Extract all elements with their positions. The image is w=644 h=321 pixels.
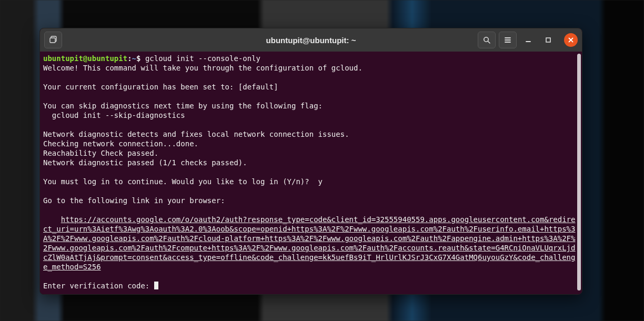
close-icon bbox=[568, 37, 574, 43]
output-line-blank bbox=[43, 272, 579, 281]
output-line: Welcome! This command will take you thro… bbox=[43, 63, 579, 73]
output-line: Reachability Check passed. bbox=[43, 148, 579, 158]
output-url-line: https://accounts.google.com/o/oauth2/aut… bbox=[43, 215, 579, 272]
output-line: You can skip diagnostics next time by us… bbox=[43, 101, 579, 111]
maximize-icon bbox=[545, 36, 552, 44]
prompt-user-host: ubuntupit@ubuntupit bbox=[43, 54, 127, 63]
scrollbar-thumb[interactable] bbox=[577, 54, 581, 290]
search-button[interactable] bbox=[478, 32, 496, 48]
output-line-blank bbox=[43, 205, 579, 215]
new-tab-icon bbox=[49, 36, 57, 44]
output-line-blank bbox=[43, 120, 579, 129]
url-indent bbox=[43, 215, 61, 224]
oauth-url[interactable]: https://accounts.google.com/o/oauth2/aut… bbox=[43, 215, 575, 271]
output-line: Network diagnostic passed (1/1 checks pa… bbox=[43, 158, 579, 167]
terminal-window: ubuntupit@ubuntupit: ~ bbox=[39, 28, 582, 295]
output-line-blank bbox=[43, 167, 579, 177]
search-icon bbox=[482, 36, 491, 44]
prompt-line: ubuntupit@ubuntupit:~$ gcloud init --con… bbox=[43, 54, 579, 63]
titlebar[interactable]: ubuntupit@ubuntupit: ~ bbox=[40, 28, 582, 52]
output-line-blank bbox=[43, 186, 579, 196]
output-line: Go to the following link in your browser… bbox=[43, 196, 579, 205]
new-tab-button[interactable] bbox=[44, 32, 62, 48]
output-line: Checking network connection...done. bbox=[43, 139, 579, 148]
svg-rect-0 bbox=[50, 38, 55, 43]
prompt-path: ~ bbox=[132, 54, 136, 63]
output-line-blank bbox=[43, 92, 579, 101]
output-line: Your current configuration has been set … bbox=[43, 82, 579, 92]
cursor bbox=[154, 282, 158, 289]
prompt-symbol: $ bbox=[136, 54, 145, 63]
maximize-button[interactable] bbox=[540, 32, 557, 48]
minimize-button[interactable] bbox=[520, 32, 537, 48]
output-line: Network diagnostic detects and fixes loc… bbox=[43, 129, 579, 139]
svg-rect-7 bbox=[546, 38, 550, 42]
output-line: gcloud init --skip-diagnostics bbox=[43, 111, 579, 120]
command-text: gcloud init --console-only bbox=[145, 54, 260, 63]
verification-prompt-line: Enter verification code: bbox=[43, 281, 579, 290]
terminal-body[interactable]: ubuntupit@ubuntupit:~$ gcloud init --con… bbox=[40, 52, 582, 294]
hamburger-icon bbox=[504, 36, 512, 44]
verification-prompt: Enter verification code: bbox=[43, 282, 154, 290]
output-line: You must log in to continue. Would you l… bbox=[43, 177, 579, 186]
prompt-colon: : bbox=[127, 54, 132, 63]
close-button[interactable] bbox=[564, 33, 578, 47]
minimize-icon bbox=[525, 36, 532, 44]
menu-button[interactable] bbox=[499, 32, 517, 48]
output-line-blank bbox=[43, 73, 579, 82]
svg-line-2 bbox=[488, 41, 490, 43]
